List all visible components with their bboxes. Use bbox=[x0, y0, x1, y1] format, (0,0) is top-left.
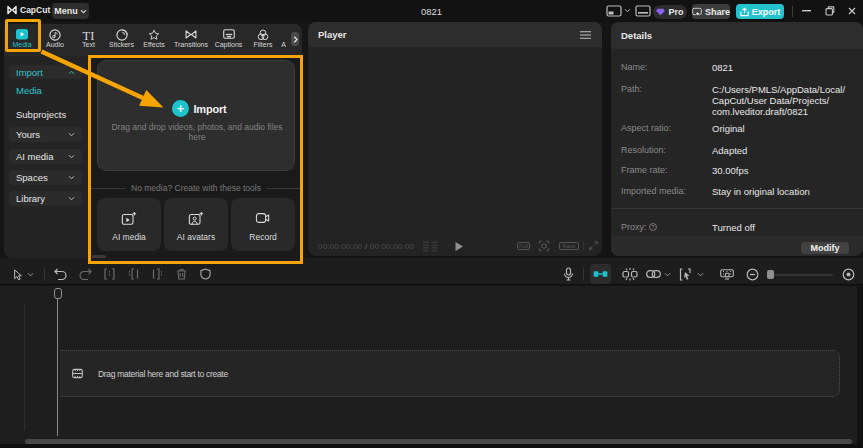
svg-text:?: ? bbox=[652, 224, 655, 230]
svg-text:TI: TI bbox=[83, 29, 95, 41]
